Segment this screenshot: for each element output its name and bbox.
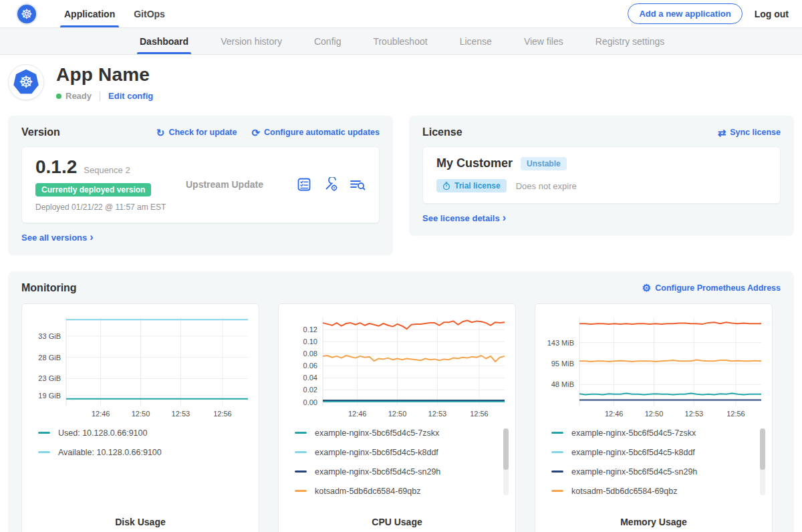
check-for-update-label: Check for update (168, 128, 237, 137)
svg-text:12:56: 12:56 (470, 410, 489, 418)
status-dot (56, 94, 61, 99)
svg-text:12:56: 12:56 (726, 410, 745, 418)
tab-label: Troubleshoot (373, 36, 427, 47)
legend-scrollbar[interactable] (760, 428, 765, 495)
legend-item[interactable]: kotsadm-5db6dc6584-69qbz (295, 487, 510, 496)
topnav-tab-gitops[interactable]: GitOps (124, 0, 174, 27)
tab-dashboard[interactable]: Dashboard (124, 28, 205, 54)
app-header: ☸ App Name Ready Edit config (0, 55, 802, 113)
legend-item[interactable]: example-nginx-5bc6f5d4c5-7zskx (551, 428, 767, 438)
sequence-label: Sequence 2 (84, 165, 130, 175)
legend-item[interactable]: example-nginx-5bc6f5d4c5-7zskx (295, 428, 510, 438)
svg-text:12:50: 12:50 (388, 410, 407, 418)
svg-text:28 GiB: 28 GiB (38, 353, 61, 361)
svg-text:143 MiB: 143 MiB (547, 338, 574, 346)
memory-usage-chart[interactable]: 143 MiB95 MiB48 MiB12:4612:5012:5312:56 (541, 312, 767, 420)
legend-label: Available: 10.128.0.66:9100 (58, 448, 162, 457)
view-deploy-logs-icon[interactable] (350, 176, 366, 192)
legend-item[interactable]: Used: 10.128.0.66:9100 (38, 428, 253, 438)
series-color-dash (551, 490, 563, 492)
see-all-versions-link[interactable]: See all versions › (21, 232, 94, 243)
top-navbar: ☸ Application GitOps Add a new applicati… (0, 0, 802, 28)
version-card: Version ↻ Check for update ⟳ Configure a… (8, 116, 393, 255)
tab-version-history[interactable]: Version history (205, 28, 298, 54)
divider (100, 92, 100, 101)
svg-text:12:50: 12:50 (132, 410, 150, 418)
tab-label: Config (314, 36, 341, 47)
check-for-update-button[interactable]: ↻ Check for update (156, 128, 237, 138)
channel-badge: Unstable (521, 157, 567, 170)
tab-label: View files (524, 36, 563, 47)
legend-scrollbar[interactable] (503, 428, 509, 495)
monitoring-title: Monitoring (21, 282, 77, 294)
customer-name: My Customer (436, 156, 513, 170)
edit-config-wrench-icon[interactable] (323, 176, 339, 192)
scrollbar-thumb[interactable] (503, 428, 509, 470)
svg-text:0.02: 0.02 (303, 386, 317, 394)
series-color-dash (295, 432, 307, 434)
expiry-text: Does not expire (516, 181, 577, 191)
series-color-dash (38, 432, 50, 434)
legend-label: kotsadm-5db6dc6584-69qbz (571, 487, 677, 496)
see-all-versions-label: See all versions (21, 233, 87, 243)
svg-text:19 GiB: 19 GiB (38, 391, 61, 399)
legend-item[interactable]: example-nginx-5bc6f5d4c5-k8ddf (551, 448, 767, 457)
svg-text:12:46: 12:46 (92, 410, 110, 418)
svg-text:33 GiB: 33 GiB (38, 331, 61, 340)
legend-label: example-nginx-5bc6f5d4c5-sn29h (315, 467, 440, 477)
tab-view-files[interactable]: View files (508, 28, 579, 54)
version-source-label: Upstream Update (186, 179, 296, 190)
license-details-row: My Customer Unstable Trial license Does … (422, 146, 781, 204)
sync-license-button[interactable]: ⇄ Sync license (718, 128, 781, 138)
legend-label: example-nginx-5bc6f5d4c5-k8ddf (571, 448, 695, 457)
see-license-details-label: See license details (422, 213, 500, 223)
add-new-application-button[interactable]: Add a new application (628, 3, 742, 24)
see-license-details-link[interactable]: See license details › (422, 213, 506, 223)
deployed-timestamp: Deployed 01/21/22 @ 11:57 am EST (35, 203, 186, 212)
tab-registry-settings[interactable]: Registry settings (579, 28, 680, 54)
tab-license[interactable]: License (444, 28, 508, 54)
topnav-tab-label: GitOps (134, 9, 165, 19)
legend-item[interactable]: example-nginx-5bc6f5d4c5-sn29h (295, 467, 510, 477)
configure-prometheus-button[interactable]: ⚙ Configure Prometheus Address (642, 283, 781, 293)
chevron-right-icon: › (90, 232, 93, 243)
svg-text:23 GiB: 23 GiB (38, 374, 61, 382)
stopwatch-icon (442, 182, 450, 190)
disk-usage-legend: Used: 10.128.0.66:9100 Available: 10.128… (27, 428, 253, 506)
svg-text:12:46: 12:46 (605, 410, 624, 418)
auto-update-icon: ⟳ (251, 128, 260, 138)
legend-item[interactable]: kotsadm-5db6dc6584-69qbz (551, 487, 767, 496)
legend-label: example-nginx-5bc6f5d4c5-sn29h (571, 467, 697, 477)
app-subnav: Dashboard Version history Config Trouble… (0, 28, 802, 55)
svg-text:0.04: 0.04 (303, 374, 317, 382)
disk-usage-chart[interactable]: 33 GiB28 GiB23 GiB19 GiB12:4612:5012:531… (27, 312, 253, 420)
legend-item[interactable]: Available: 10.128.0.66:9100 (38, 448, 253, 457)
svg-text:12:53: 12:53 (428, 410, 447, 418)
disk-usage-card: 33 GiB28 GiB23 GiB19 GiB12:4612:5012:531… (21, 303, 259, 532)
legend-item[interactable]: example-nginx-5bc6f5d4c5-k8ddf (295, 448, 510, 457)
series-color-dash (551, 432, 563, 434)
svg-text:48 MiB: 48 MiB (551, 380, 574, 388)
configure-automatic-updates-button[interactable]: ⟳ Configure automatic updates (251, 128, 380, 138)
cpu-usage-chart[interactable]: 0.120.100.080.060.040.020.0012:4612:5012… (284, 312, 510, 420)
scrollbar-thumb[interactable] (760, 428, 765, 470)
edit-config-link[interactable]: Edit config (108, 91, 153, 101)
svg-text:0.10: 0.10 (303, 338, 317, 346)
svg-text:12:46: 12:46 (348, 410, 367, 418)
refresh-icon: ↻ (156, 128, 165, 138)
series-color-dash (551, 471, 563, 473)
svg-text:0.08: 0.08 (303, 350, 317, 358)
tab-troubleshoot[interactable]: Troubleshoot (357, 28, 443, 54)
logout-button[interactable]: Log out (755, 9, 789, 19)
svg-text:12:50: 12:50 (645, 410, 664, 418)
tab-config[interactable]: Config (298, 28, 357, 54)
svg-text:0.12: 0.12 (303, 325, 317, 334)
trial-license-label: Trial license (454, 181, 501, 190)
svg-text:0.00: 0.00 (303, 398, 317, 406)
preflight-checks-icon[interactable] (296, 176, 312, 192)
legend-label: Used: 10.128.0.66:9100 (58, 428, 147, 438)
topnav-tab-application[interactable]: Application (55, 0, 124, 27)
legend-item[interactable]: example-nginx-5bc6f5d4c5-sn29h (551, 467, 767, 477)
series-color-dash (551, 451, 563, 453)
monitoring-section: Monitoring ⚙ Configure Prometheus Addres… (8, 271, 794, 532)
